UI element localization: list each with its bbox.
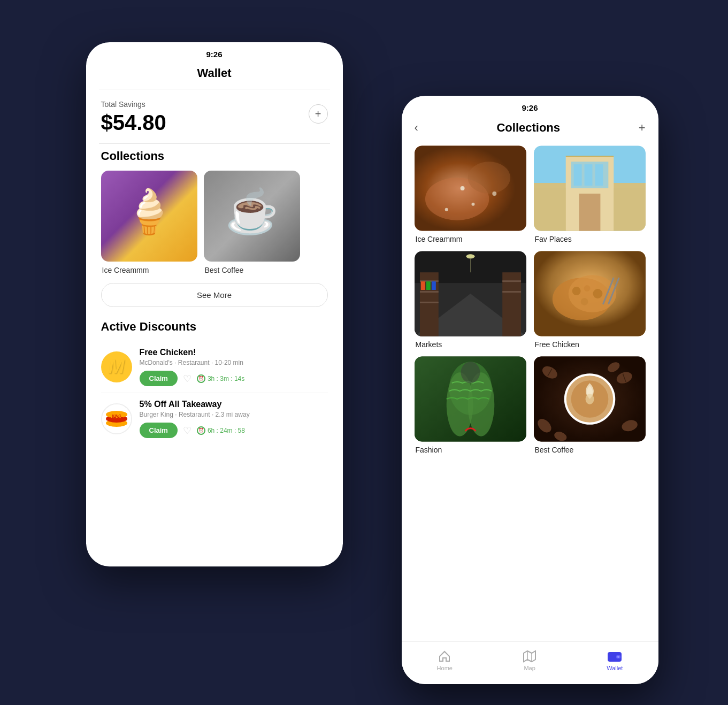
mcdonalds-logo: M	[101, 351, 132, 382]
discount-item-mcdonalds: M Free Chicken! McDonald's · Restaraunt …	[86, 341, 343, 393]
grid-item-fashion[interactable]: Fashion	[415, 356, 526, 454]
nav-map-label: Map	[524, 665, 535, 671]
burgerking-timer: ⏰ 6h : 24m : 58	[197, 426, 245, 435]
nav-wallet-label: Wallet	[607, 665, 623, 671]
nav-wallet[interactable]: Wallet	[607, 650, 623, 671]
mcdonalds-claim-button[interactable]: Claim	[140, 371, 178, 386]
collection-label-coffee: Best Coffee	[204, 266, 300, 274]
savings-label: Total Savings	[101, 100, 166, 109]
svg-rect-34	[502, 291, 521, 293]
burgerking-heart-icon[interactable]: ♡	[183, 425, 191, 436]
collection-label-icecream: Ice Creammm	[101, 266, 197, 274]
status-bar-back: 9:26	[86, 42, 343, 62]
svg-point-9	[468, 162, 510, 194]
wallet-nav-icon	[607, 650, 622, 663]
grid-img-favplaces	[534, 145, 646, 231]
market-svg	[415, 251, 526, 336]
svg-rect-39	[431, 281, 435, 290]
active-discounts-title: Active Discounts	[86, 316, 343, 341]
collections-grid: Ice Creammm	[402, 143, 658, 456]
grid-label-markets: Markets	[415, 340, 526, 349]
grid-item-freechicken[interactable]: Free Chicken	[534, 251, 646, 349]
bottom-nav: Home Map Wallet	[402, 641, 658, 684]
burgerking-logo: BURGER KING	[101, 403, 132, 434]
svg-point-69	[585, 394, 594, 404]
grid-item-markets[interactable]: Markets	[415, 251, 526, 349]
svg-point-46	[593, 289, 602, 298]
mcdonalds-discount-actions: Claim ♡ ⏰ 3h : 3m : 14s	[140, 371, 328, 386]
mcdonalds-discount-info: Free Chicken! McDonald's · Restaraunt · …	[140, 348, 328, 386]
add-wallet-button[interactable]: +	[309, 104, 328, 124]
burgerking-discount-info: 5% Off All Takeaway Burger King · Restar…	[140, 400, 328, 438]
collections-row: Ice Creammm Best Coffee	[86, 171, 343, 274]
nav-home[interactable]: Home	[437, 650, 453, 671]
svg-point-75	[617, 656, 619, 658]
timer-clock-icon-bk: ⏰	[197, 426, 205, 435]
collection-img-coffee	[204, 171, 300, 262]
svg-marker-70	[524, 651, 535, 662]
savings-amount: $54.80	[101, 111, 166, 135]
burgerking-discount-name: 5% Off All Takeaway	[140, 400, 328, 409]
savings-info: Total Savings $54.80	[101, 100, 166, 135]
grid-img-bestcoffee	[534, 356, 646, 442]
mcdonalds-heart-icon[interactable]: ♡	[183, 373, 191, 385]
svg-rect-22	[579, 194, 600, 231]
home-icon	[438, 650, 451, 663]
nav-home-label: Home	[437, 665, 453, 671]
grid-label-bestcoffee: Best Coffee	[534, 446, 646, 454]
back-button[interactable]: ‹	[415, 121, 418, 135]
burgerking-discount-actions: Claim ♡ ⏰ 6h : 24m : 58	[140, 423, 328, 438]
svg-rect-18	[573, 164, 581, 186]
svg-rect-30	[419, 291, 438, 293]
timer-clock-icon: ⏰	[197, 374, 205, 383]
fashion-svg	[415, 356, 526, 442]
icecream-svg	[415, 145, 526, 231]
grid-item-icecream[interactable]: Ice Creammm	[415, 145, 526, 243]
svg-point-11	[471, 203, 474, 206]
nav-map[interactable]: Map	[523, 650, 536, 671]
grid-img-fashion	[415, 356, 526, 442]
grid-img-markets	[415, 251, 526, 336]
collections-header: ‹ Collections +	[402, 116, 658, 143]
grid-img-freechicken	[534, 251, 646, 336]
svg-rect-20	[595, 164, 603, 186]
burgerking-claim-button[interactable]: Claim	[140, 423, 178, 438]
svg-rect-24	[614, 188, 646, 231]
svg-point-47	[580, 298, 588, 305]
svg-point-13	[445, 208, 448, 211]
collection-card-icecream[interactable]: Ice Creammm	[101, 171, 197, 274]
collections-section-title: Collections	[86, 144, 343, 171]
collections-phone: 9:26 ‹ Collections +	[402, 96, 658, 684]
svg-text:KING: KING	[112, 414, 121, 418]
savings-section: Total Savings $54.80 +	[86, 89, 343, 143]
svg-point-10	[460, 186, 464, 190]
mcdonalds-discount-meta: McDonald's · Restaraunt · 10-20 min	[140, 359, 328, 366]
coffee-svg	[534, 356, 646, 442]
grid-item-bestcoffee[interactable]: Best Coffee	[534, 356, 646, 454]
svg-point-12	[492, 191, 496, 196]
see-more-button[interactable]: See More	[101, 283, 328, 307]
burgerking-discount-meta: Burger King · Restaraunt · 2.3 mi away	[140, 411, 328, 418]
svg-rect-38	[426, 281, 430, 290]
chicken-svg	[534, 251, 646, 336]
svg-rect-37	[420, 281, 425, 290]
svg-point-44	[572, 287, 580, 295]
svg-rect-31	[419, 302, 438, 303]
collection-img-icecream	[101, 171, 197, 262]
wallet-phone: 9:26 Wallet Total Savings $54.80 + Colle…	[86, 42, 343, 566]
grid-label-freechicken: Free Chicken	[534, 340, 646, 349]
wallet-title: Wallet	[86, 62, 343, 89]
mcdonalds-timer: ⏰ 3h : 3m : 14s	[197, 374, 244, 383]
map-icon	[523, 650, 536, 663]
svg-rect-23	[534, 188, 566, 231]
collection-card-coffee[interactable]: Best Coffee	[204, 171, 300, 274]
bk-logo-svg: BURGER KING	[102, 404, 131, 433]
discount-item-burgerking: BURGER KING 5% Off All Takeaway Burger K…	[86, 393, 343, 445]
svg-rect-19	[584, 164, 592, 186]
add-collection-button[interactable]: +	[639, 121, 646, 135]
grid-label-icecream: Ice Creammm	[415, 235, 526, 243]
svg-point-55	[461, 362, 480, 383]
grid-img-icecream	[415, 145, 526, 231]
grid-label-fashion: Fashion	[415, 446, 526, 454]
grid-item-favplaces[interactable]: Fav Places	[534, 145, 646, 243]
